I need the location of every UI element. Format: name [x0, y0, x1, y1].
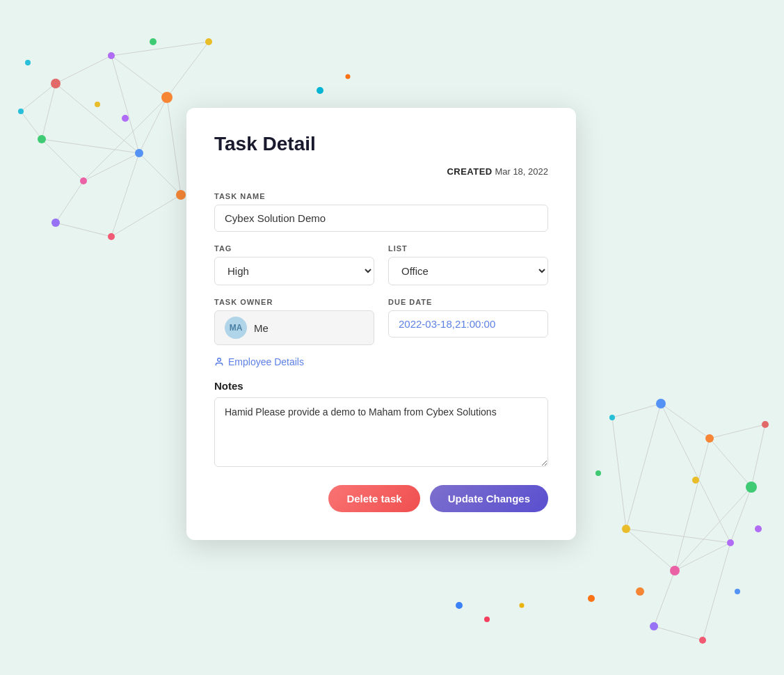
svg-point-23 — [135, 149, 143, 157]
svg-point-68 — [346, 74, 351, 79]
owner-duedate-row: TASK OWNER MA Me DUE DATE 2022-03-18,21:… — [214, 298, 548, 345]
svg-point-34 — [150, 38, 157, 45]
task-owner-field: TASK OWNER MA Me — [214, 298, 374, 345]
svg-line-7 — [56, 84, 139, 153]
page-title: Task Detail — [214, 133, 548, 155]
svg-point-54 — [746, 482, 757, 493]
tag-list-row: TAG High Medium Low LIST Office Home Rem… — [214, 244, 548, 285]
svg-point-22 — [161, 92, 173, 103]
svg-point-71 — [520, 603, 525, 608]
svg-point-33 — [95, 102, 100, 107]
svg-line-14 — [56, 181, 83, 223]
svg-line-42 — [661, 404, 730, 543]
task-name-field: TASK NAME — [214, 192, 548, 232]
svg-line-51 — [703, 543, 730, 640]
svg-point-20 — [51, 79, 61, 88]
svg-line-18 — [111, 195, 181, 237]
svg-point-67 — [317, 87, 323, 94]
svg-line-6 — [111, 56, 139, 153]
list-select[interactable]: Office Home Remote — [388, 257, 548, 285]
notes-textarea[interactable]: Hamid Please provide a demo to Maham fro… — [214, 397, 548, 467]
svg-point-57 — [622, 525, 630, 533]
svg-line-48 — [612, 418, 626, 529]
avatar: MA — [225, 317, 247, 339]
owner-name: Me — [254, 322, 269, 334]
employee-details-link[interactable]: Employee Details — [214, 356, 304, 367]
svg-line-13 — [21, 111, 42, 139]
svg-line-5 — [42, 84, 56, 139]
tag-field: TAG High Medium Low — [214, 244, 374, 285]
created-date-line: CREATED Mar 18, 2022 — [214, 166, 548, 177]
task-name-label: TASK NAME — [214, 192, 548, 200]
svg-line-40 — [626, 404, 661, 529]
svg-line-8 — [83, 97, 167, 181]
svg-line-11 — [167, 42, 209, 97]
svg-point-69 — [456, 602, 463, 609]
svg-line-35 — [661, 404, 710, 438]
svg-point-27 — [18, 109, 24, 114]
task-detail-card: Task Detail CREATED Mar 18, 2022 TASK NA… — [186, 108, 576, 540]
created-label: CREATED — [447, 166, 492, 177]
svg-point-60 — [650, 622, 658, 630]
svg-line-45 — [710, 424, 765, 438]
svg-point-61 — [699, 637, 706, 644]
svg-line-0 — [56, 56, 111, 84]
task-owner-display[interactable]: MA Me — [214, 310, 374, 345]
svg-line-44 — [626, 529, 730, 543]
svg-point-66 — [755, 525, 762, 532]
svg-point-62 — [595, 470, 601, 476]
list-field: LIST Office Home Remote — [388, 244, 548, 285]
svg-point-55 — [727, 539, 734, 546]
svg-point-30 — [176, 190, 186, 200]
svg-point-31 — [25, 60, 31, 65]
svg-line-41 — [675, 438, 710, 571]
svg-line-2 — [139, 97, 167, 153]
svg-line-49 — [654, 571, 675, 626]
svg-point-56 — [670, 566, 680, 575]
svg-line-46 — [751, 424, 765, 487]
svg-point-32 — [122, 115, 129, 122]
svg-line-50 — [654, 626, 703, 640]
svg-line-19 — [167, 97, 181, 195]
svg-point-29 — [108, 233, 115, 240]
svg-point-24 — [80, 177, 87, 184]
due-date-value[interactable]: 2022-03-18,21:00:00 — [388, 310, 548, 338]
svg-point-70 — [484, 617, 490, 622]
svg-line-12 — [21, 84, 56, 111]
task-name-input[interactable] — [214, 205, 548, 232]
svg-point-26 — [205, 38, 212, 45]
svg-line-37 — [730, 487, 751, 543]
due-date-label: DUE DATE — [388, 298, 548, 306]
svg-line-47 — [612, 404, 661, 418]
svg-point-21 — [108, 52, 115, 59]
task-owner-label: TASK OWNER — [214, 298, 374, 306]
created-date: Mar 18, 2022 — [495, 166, 548, 177]
svg-line-10 — [111, 42, 209, 56]
svg-point-28 — [51, 219, 60, 227]
person-icon — [214, 357, 224, 367]
svg-point-72 — [588, 595, 595, 602]
svg-point-53 — [705, 434, 714, 443]
due-date-field: DUE DATE 2022-03-18,21:00:00 — [388, 298, 548, 345]
svg-point-58 — [762, 421, 769, 428]
svg-point-52 — [656, 399, 666, 408]
update-changes-button[interactable]: Update Changes — [430, 485, 548, 512]
svg-line-39 — [626, 529, 675, 571]
svg-line-3 — [83, 153, 139, 181]
svg-point-64 — [735, 589, 740, 594]
svg-line-9 — [42, 139, 139, 153]
svg-point-65 — [636, 587, 644, 596]
svg-line-36 — [710, 438, 751, 487]
tag-select[interactable]: High Medium Low — [214, 257, 374, 285]
svg-point-63 — [692, 477, 699, 484]
svg-line-43 — [675, 487, 751, 571]
svg-line-4 — [42, 139, 83, 181]
svg-point-59 — [609, 415, 615, 420]
notes-label: Notes — [214, 380, 548, 392]
employee-details-label: Employee Details — [228, 356, 304, 367]
svg-line-16 — [111, 153, 139, 237]
delete-task-button[interactable]: Delete task — [328, 485, 419, 512]
svg-point-25 — [38, 135, 46, 143]
tag-label: TAG — [214, 244, 374, 253]
button-row: Delete task Update Changes — [214, 485, 548, 512]
